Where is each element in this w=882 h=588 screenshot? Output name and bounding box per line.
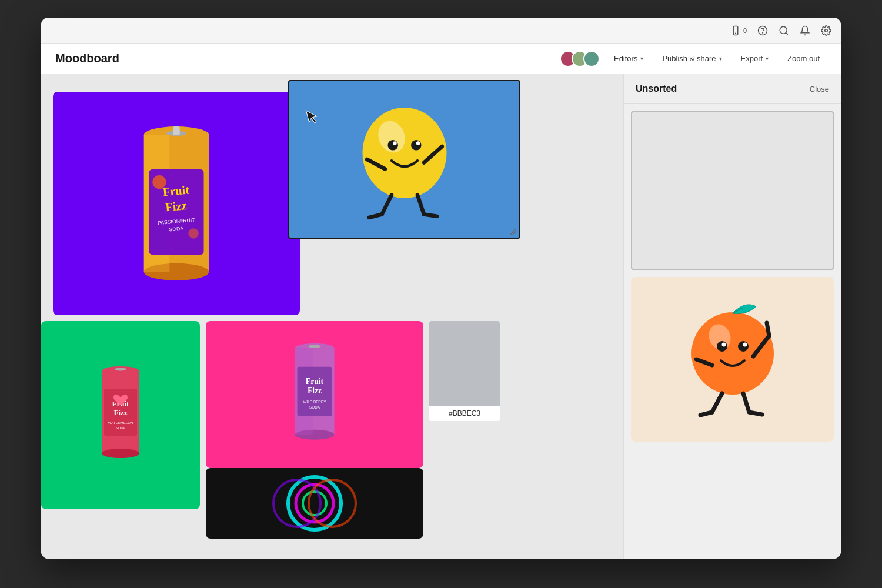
titlebar: 0 (41, 18, 841, 44)
collaborators-avatars (560, 51, 600, 67)
unsorted-orange-card[interactable] (631, 277, 834, 442)
zoom-out-button[interactable]: Zoom out (780, 51, 827, 66)
svg-text:Fizz: Fizz (113, 408, 127, 417)
search-icon-btn[interactable] (779, 25, 789, 36)
app-window: 0 (41, 18, 841, 559)
cursor-arrow (305, 106, 323, 129)
svg-text:SODA: SODA (309, 405, 320, 409)
publish-chevron: ▾ (719, 55, 722, 62)
svg-point-23 (411, 140, 422, 151)
can-watermelon-svg: Fruit Fizz WATERMELON SODA (85, 356, 156, 474)
unsorted-content (624, 104, 841, 559)
svg-line-72 (749, 412, 762, 415)
svg-point-65 (743, 343, 747, 347)
avatar-3 (583, 51, 600, 67)
card-pink[interactable]: Fruit Fizz WILD BERRY SODA (206, 321, 423, 468)
svg-text:Fruit: Fruit (162, 183, 190, 199)
svg-line-70 (700, 412, 712, 415)
svg-point-63 (738, 341, 749, 352)
svg-point-36 (102, 449, 139, 458)
svg-rect-19 (173, 126, 180, 135)
orange-character-svg (680, 295, 786, 424)
resize-handle[interactable] (510, 228, 517, 235)
svg-text:SODA: SODA (115, 426, 125, 430)
card-blue-lemon[interactable] (288, 80, 520, 239)
svg-point-16 (152, 175, 166, 189)
svg-line-68 (767, 323, 769, 336)
unsorted-header: Unsorted Close (624, 74, 841, 104)
svg-point-42 (115, 368, 126, 371)
unsorted-title: Unsorted (636, 83, 677, 94)
phone-icon-btn[interactable]: 0 (730, 25, 747, 36)
svg-point-52 (309, 345, 321, 348)
svg-line-71 (743, 393, 749, 412)
export-button[interactable]: Export ▾ (734, 51, 776, 66)
svg-point-17 (188, 228, 198, 238)
svg-line-30 (417, 195, 424, 215)
svg-text:Fizz: Fizz (165, 199, 187, 213)
svg-text:SODA: SODA (169, 225, 184, 232)
swatch-color (429, 321, 500, 406)
neon-circles-svg (212, 471, 417, 536)
can-passionfruit-svg: Fruit Fizz PASSIONFRUIT SODA (123, 109, 229, 298)
bell-icon-btn[interactable] (800, 25, 810, 36)
svg-point-22 (387, 140, 398, 151)
svg-point-6 (825, 29, 828, 32)
svg-point-24 (393, 141, 397, 145)
svg-point-64 (721, 343, 726, 347)
svg-point-59 (691, 312, 774, 395)
color-swatch-card[interactable]: #BBBEC3 (429, 321, 500, 421)
canvas[interactable]: Fruit Fizz PASSIONFRUIT SODA (41, 74, 623, 559)
help-icon-btn[interactable] (757, 25, 768, 36)
svg-point-62 (717, 341, 727, 352)
close-unsorted-button[interactable]: Close (810, 85, 829, 93)
card-dark-neon[interactable] (206, 468, 423, 539)
export-chevron: ▾ (766, 55, 769, 62)
svg-text:WATERMELON: WATERMELON (108, 421, 133, 425)
lemon-character-svg (340, 95, 469, 224)
settings-icon-btn[interactable] (821, 25, 831, 36)
svg-line-29 (369, 215, 382, 218)
canvas-wrapper: Fruit Fizz PASSIONFRUIT SODA (41, 74, 841, 559)
svg-rect-53 (212, 471, 417, 536)
card-purple[interactable]: Fruit Fizz PASSIONFRUIT SODA (53, 92, 300, 315)
svg-text:Fizz: Fizz (308, 386, 322, 395)
editors-chevron: ▾ (640, 55, 643, 62)
editors-button[interactable]: Editors ▾ (607, 51, 650, 66)
svg-line-31 (424, 215, 437, 216)
toolbar: Moodboard Editors ▾ Publish & share ▾ Ex… (41, 44, 841, 74)
unsorted-panel: Unsorted Close (623, 74, 841, 559)
svg-line-69 (712, 393, 722, 412)
card-green[interactable]: Fruit Fizz WATERMELON SODA (41, 321, 200, 509)
page-title: Moodboard (55, 52, 560, 65)
svg-line-5 (786, 32, 787, 34)
svg-text:Fruit: Fruit (306, 377, 324, 386)
phone-badge: 0 (743, 27, 747, 34)
svg-line-28 (382, 195, 392, 215)
unsorted-empty-slot (631, 111, 834, 270)
publish-share-button[interactable]: Publish & share ▾ (655, 51, 729, 66)
svg-text:WILD BERRY: WILD BERRY (303, 400, 326, 404)
svg-point-4 (780, 26, 787, 34)
svg-point-25 (416, 141, 420, 145)
swatch-hex: #BBBEC3 (429, 406, 500, 421)
can-wildberry-svg: Fruit Fizz WILD BERRY SODA (276, 333, 353, 456)
